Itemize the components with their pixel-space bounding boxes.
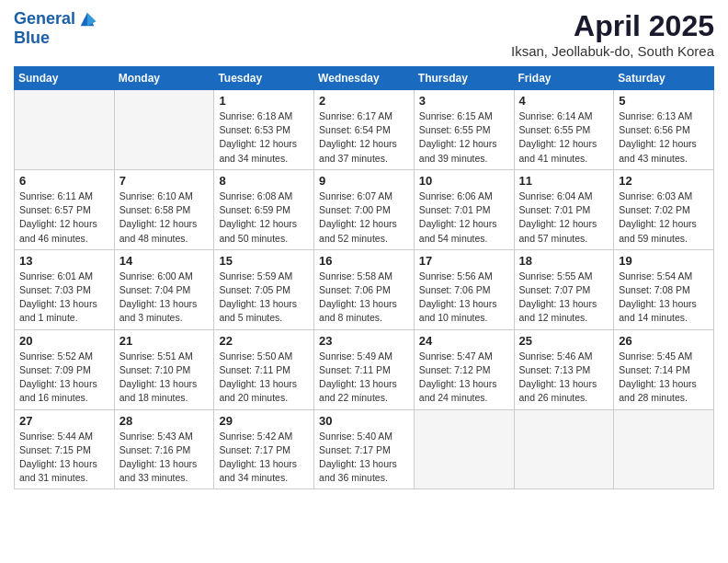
calendar-header-row: SundayMondayTuesdayWednesdayThursdayFrid… <box>15 67 714 90</box>
day-number: 19 <box>619 254 709 268</box>
calendar-cell: 16Sunrise: 5:58 AM Sunset: 7:06 PM Dayli… <box>314 249 415 329</box>
day-number: 7 <box>119 174 210 188</box>
calendar-cell <box>114 90 214 170</box>
day-info: Sunrise: 5:55 AM Sunset: 7:07 PM Dayligh… <box>519 270 609 326</box>
weekday-header-friday: Friday <box>514 67 614 90</box>
day-info: Sunrise: 6:10 AM Sunset: 6:58 PM Dayligh… <box>119 190 210 246</box>
day-number: 9 <box>319 174 409 188</box>
weekday-header-saturday: Saturday <box>614 67 714 90</box>
calendar-cell: 6Sunrise: 6:11 AM Sunset: 6:57 PM Daylig… <box>15 169 115 249</box>
calendar-cell: 8Sunrise: 6:08 AM Sunset: 6:59 PM Daylig… <box>214 169 314 249</box>
day-info: Sunrise: 5:52 AM Sunset: 7:09 PM Dayligh… <box>19 350 109 406</box>
day-info: Sunrise: 5:40 AM Sunset: 7:17 PM Dayligh… <box>319 430 409 486</box>
month-title: April 2025 <box>511 9 714 43</box>
day-number: 12 <box>619 174 709 188</box>
calendar-cell: 22Sunrise: 5:50 AM Sunset: 7:11 PM Dayli… <box>214 329 314 409</box>
calendar-cell <box>614 409 714 489</box>
logo-text: General <box>14 10 75 29</box>
title-block: April 2025 Iksan, Jeollabuk-do, South Ko… <box>511 9 714 59</box>
day-number: 18 <box>519 254 609 268</box>
day-number: 17 <box>419 254 509 268</box>
day-number: 21 <box>119 334 210 348</box>
day-info: Sunrise: 6:08 AM Sunset: 6:59 PM Dayligh… <box>219 190 309 246</box>
day-info: Sunrise: 5:54 AM Sunset: 7:08 PM Dayligh… <box>619 270 709 326</box>
calendar-cell: 5Sunrise: 6:13 AM Sunset: 6:56 PM Daylig… <box>614 90 714 170</box>
calendar-cell: 10Sunrise: 6:06 AM Sunset: 7:01 PM Dayli… <box>414 169 514 249</box>
day-number: 23 <box>319 334 409 348</box>
location: Iksan, Jeollabuk-do, South Korea <box>511 43 714 59</box>
day-number: 10 <box>419 174 509 188</box>
calendar-cell: 17Sunrise: 5:56 AM Sunset: 7:06 PM Dayli… <box>414 249 514 329</box>
calendar-cell <box>15 90 115 170</box>
day-number: 26 <box>619 334 709 348</box>
day-info: Sunrise: 6:14 AM Sunset: 6:55 PM Dayligh… <box>519 109 609 166</box>
calendar-cell: 20Sunrise: 5:52 AM Sunset: 7:09 PM Dayli… <box>15 329 115 409</box>
day-info: Sunrise: 5:45 AM Sunset: 7:14 PM Dayligh… <box>619 350 709 406</box>
day-number: 25 <box>519 334 609 348</box>
day-info: Sunrise: 6:18 AM Sunset: 6:53 PM Dayligh… <box>219 109 309 166</box>
day-info: Sunrise: 6:07 AM Sunset: 7:00 PM Dayligh… <box>319 190 409 246</box>
day-info: Sunrise: 6:00 AM Sunset: 7:04 PM Dayligh… <box>119 270 210 326</box>
calendar-cell: 2Sunrise: 6:17 AM Sunset: 6:54 PM Daylig… <box>314 90 415 170</box>
calendar-week-row: 27Sunrise: 5:44 AM Sunset: 7:15 PM Dayli… <box>15 409 714 489</box>
day-info: Sunrise: 6:01 AM Sunset: 7:03 PM Dayligh… <box>19 270 109 326</box>
day-info: Sunrise: 5:58 AM Sunset: 7:06 PM Dayligh… <box>319 270 409 326</box>
page-header: General Blue April 2025 Iksan, Jeollabuk… <box>14 9 714 59</box>
day-number: 28 <box>119 414 210 428</box>
day-info: Sunrise: 6:04 AM Sunset: 7:01 PM Dayligh… <box>519 190 609 246</box>
calendar-cell: 23Sunrise: 5:49 AM Sunset: 7:11 PM Dayli… <box>314 329 415 409</box>
calendar-cell: 28Sunrise: 5:43 AM Sunset: 7:16 PM Dayli… <box>114 409 214 489</box>
day-number: 6 <box>19 174 109 188</box>
calendar-week-row: 1Sunrise: 6:18 AM Sunset: 6:53 PM Daylig… <box>15 90 714 170</box>
calendar-cell <box>514 409 614 489</box>
day-number: 13 <box>19 254 109 268</box>
calendar-cell: 3Sunrise: 6:15 AM Sunset: 6:55 PM Daylig… <box>414 90 514 170</box>
weekday-header-wednesday: Wednesday <box>314 67 415 90</box>
day-info: Sunrise: 5:51 AM Sunset: 7:10 PM Dayligh… <box>119 350 210 406</box>
day-info: Sunrise: 5:44 AM Sunset: 7:15 PM Dayligh… <box>19 430 109 486</box>
calendar-cell: 14Sunrise: 6:00 AM Sunset: 7:04 PM Dayli… <box>114 249 214 329</box>
day-number: 5 <box>619 94 709 108</box>
day-number: 8 <box>219 174 309 188</box>
calendar-cell: 4Sunrise: 6:14 AM Sunset: 6:55 PM Daylig… <box>514 90 614 170</box>
weekday-header-sunday: Sunday <box>15 67 115 90</box>
day-number: 24 <box>419 334 509 348</box>
calendar-cell: 24Sunrise: 5:47 AM Sunset: 7:12 PM Dayli… <box>414 329 514 409</box>
day-number: 30 <box>319 414 409 428</box>
day-info: Sunrise: 5:59 AM Sunset: 7:05 PM Dayligh… <box>219 270 309 326</box>
calendar-table: SundayMondayTuesdayWednesdayThursdayFrid… <box>14 66 714 489</box>
calendar-cell: 25Sunrise: 5:46 AM Sunset: 7:13 PM Dayli… <box>514 329 614 409</box>
calendar-week-row: 6Sunrise: 6:11 AM Sunset: 6:57 PM Daylig… <box>15 169 714 249</box>
day-number: 3 <box>419 94 509 108</box>
day-info: Sunrise: 6:13 AM Sunset: 6:56 PM Dayligh… <box>619 109 709 166</box>
day-info: Sunrise: 5:56 AM Sunset: 7:06 PM Dayligh… <box>419 270 509 326</box>
weekday-header-monday: Monday <box>114 67 214 90</box>
day-info: Sunrise: 6:11 AM Sunset: 6:57 PM Dayligh… <box>19 190 109 246</box>
calendar-week-row: 13Sunrise: 6:01 AM Sunset: 7:03 PM Dayli… <box>15 249 714 329</box>
day-info: Sunrise: 6:06 AM Sunset: 7:01 PM Dayligh… <box>419 190 509 246</box>
day-number: 27 <box>19 414 109 428</box>
day-info: Sunrise: 6:03 AM Sunset: 7:02 PM Dayligh… <box>619 190 709 246</box>
calendar-cell: 29Sunrise: 5:42 AM Sunset: 7:17 PM Dayli… <box>214 409 314 489</box>
calendar-cell <box>414 409 514 489</box>
calendar-cell: 11Sunrise: 6:04 AM Sunset: 7:01 PM Dayli… <box>514 169 614 249</box>
day-info: Sunrise: 5:47 AM Sunset: 7:12 PM Dayligh… <box>419 350 509 406</box>
calendar-cell: 30Sunrise: 5:40 AM Sunset: 7:17 PM Dayli… <box>314 409 415 489</box>
calendar-cell: 15Sunrise: 5:59 AM Sunset: 7:05 PM Dayli… <box>214 249 314 329</box>
day-info: Sunrise: 6:15 AM Sunset: 6:55 PM Dayligh… <box>419 109 509 166</box>
day-info: Sunrise: 5:43 AM Sunset: 7:16 PM Dayligh… <box>119 430 210 486</box>
day-number: 22 <box>219 334 309 348</box>
day-info: Sunrise: 6:17 AM Sunset: 6:54 PM Dayligh… <box>319 109 409 166</box>
calendar-cell: 27Sunrise: 5:44 AM Sunset: 7:15 PM Dayli… <box>15 409 115 489</box>
calendar-week-row: 20Sunrise: 5:52 AM Sunset: 7:09 PM Dayli… <box>15 329 714 409</box>
day-number: 14 <box>119 254 210 268</box>
calendar-cell: 7Sunrise: 6:10 AM Sunset: 6:58 PM Daylig… <box>114 169 214 249</box>
logo-blue-text: Blue <box>14 29 97 48</box>
calendar-cell: 12Sunrise: 6:03 AM Sunset: 7:02 PM Dayli… <box>614 169 714 249</box>
weekday-header-thursday: Thursday <box>414 67 514 90</box>
calendar-cell: 26Sunrise: 5:45 AM Sunset: 7:14 PM Dayli… <box>614 329 714 409</box>
day-number: 11 <box>519 174 609 188</box>
day-number: 15 <box>219 254 309 268</box>
calendar-cell: 21Sunrise: 5:51 AM Sunset: 7:10 PM Dayli… <box>114 329 214 409</box>
day-number: 1 <box>219 94 309 108</box>
